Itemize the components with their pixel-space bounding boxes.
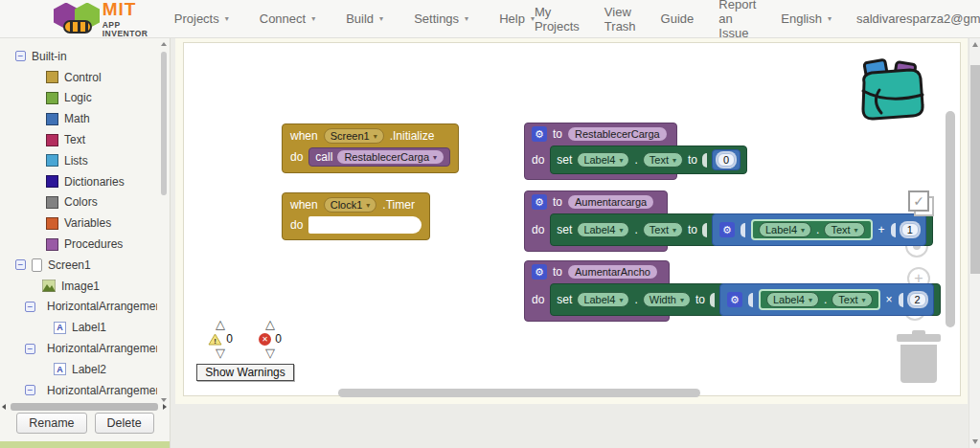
block-number-0[interactable]: 0 (712, 149, 741, 170)
app-inventor-logo[interactable]: MIT APP INVENTOR (54, 0, 157, 37)
block-procedure-aumentarcarga[interactable]: ⚙ to Aumentarcarga do set Label4 ▾ . Tex… (524, 190, 933, 252)
block-number-2[interactable]: 2 (909, 293, 926, 306)
tree-node-label2[interactable]: A Label2 (0, 359, 157, 380)
tree-vertical-scrollbar[interactable] (160, 42, 168, 402)
property-dropdown[interactable]: Text ▾ (832, 292, 872, 307)
collapse-icon[interactable]: − (25, 385, 35, 395)
tree-node-horizontal-arrangement-3[interactable]: − HorizontalArrangement (0, 380, 157, 401)
link-report-issue[interactable]: Report an Issue (718, 0, 756, 40)
delete-button[interactable]: Delete (95, 413, 154, 434)
block-set-label4-text[interactable]: set Label4 ▾ . Text ▾ to 0 (550, 146, 747, 174)
tree-horizontal-scrollbar[interactable] (2, 402, 167, 412)
block-math-addition[interactable]: ⚙ Label4 ▾ . Text ▾ (712, 213, 926, 246)
gear-icon[interactable]: ⚙ (727, 292, 742, 307)
next-error-icon[interactable]: ▽ (254, 347, 286, 359)
menu-settings[interactable]: Settings ▾ (414, 11, 468, 26)
procedure-name-field[interactable]: AumentarAncho (568, 265, 657, 279)
component-dropdown[interactable]: Label4 ▾ (577, 222, 629, 237)
show-warnings-button[interactable]: Show Warnings (196, 364, 294, 381)
page-scrollbar-thumb[interactable] (970, 65, 980, 274)
next-warning-icon[interactable]: ▽ (204, 347, 237, 359)
property-dropdown[interactable]: Width ▾ (643, 292, 691, 307)
procedure-dropdown[interactable]: RestablecerCarga ▾ (337, 150, 444, 164)
menu-build[interactable]: Build ▾ (346, 11, 383, 26)
procedure-name-field[interactable]: RestablecerCarga (568, 127, 667, 141)
block-set-label4-width[interactable]: set Label4 ▾ . Width ▾ to ⚙ (550, 283, 940, 316)
tree-node-label1[interactable]: A Label1 (0, 317, 157, 338)
gear-icon[interactable]: ⚙ (532, 194, 547, 210)
workspace-horizontal-scrollbar[interactable] (338, 389, 700, 397)
component-dropdown[interactable]: Label4 ▾ (766, 292, 819, 307)
tree-node-built-in[interactable]: − Built-in (0, 46, 157, 67)
property-dropdown[interactable]: Text ▾ (643, 222, 683, 237)
block-when-clock1-timer[interactable]: when Clock1 ▾ .Timer do (282, 192, 430, 240)
gear-icon[interactable]: ⚙ (532, 126, 547, 142)
scroll-right-icon[interactable] (163, 404, 167, 410)
scroll-down-icon[interactable] (972, 439, 978, 444)
component-dropdown[interactable]: Clock1 ▾ (324, 197, 377, 213)
link-view-trash[interactable]: View Trash (604, 5, 636, 34)
menu-projects[interactable]: Projects ▾ (174, 11, 229, 26)
tree-node-screen1[interactable]: − Screen1 (0, 255, 157, 276)
gear-icon[interactable]: ⚙ (719, 222, 735, 237)
block-procedure-aumentarancho[interactable]: ⚙ to AumentarAncho do set Label4 ▾ . Wid… (524, 260, 941, 322)
palette-item-colors[interactable]: Colors (0, 192, 157, 213)
palette-item-math[interactable]: Math (0, 108, 157, 129)
workspace-vertical-scrollbar[interactable] (946, 111, 955, 327)
block-call-restablecercarga[interactable]: call RestablecerCarga ▾ (308, 147, 450, 167)
page-scrollbar[interactable] (969, 38, 980, 448)
previous-error-icon[interactable]: △ (254, 319, 286, 330)
logo-subtitle: APP INVENTOR (103, 21, 157, 37)
checkbox-icon[interactable]: ✓ (908, 190, 929, 212)
backpack-icon[interactable] (855, 58, 927, 127)
component-dropdown[interactable]: Label4 ▾ (759, 222, 811, 237)
block-set-label4-text[interactable]: set Label4 ▾ . Text ▾ to ⚙ (550, 213, 932, 246)
collapse-icon[interactable]: − (25, 302, 35, 312)
palette-item-procedures[interactable]: Procedures (0, 234, 157, 255)
palette-item-logic[interactable]: Logic (0, 88, 157, 109)
menu-language[interactable]: English ▾ (781, 11, 832, 26)
empty-statement-socket[interactable] (308, 216, 422, 234)
trash-body-icon (900, 345, 937, 383)
link-guide[interactable]: Guide (661, 11, 695, 26)
tree-horizontal-scrollbar-thumb[interactable] (11, 403, 158, 411)
palette-item-text[interactable]: Text (0, 129, 157, 150)
block-get-label4-text[interactable]: Label4 ▾ . Text ▾ (759, 289, 880, 310)
menu-connect[interactable]: Connect ▾ (260, 11, 315, 26)
rename-button[interactable]: Rename (16, 413, 86, 434)
property-dropdown[interactable]: Text ▾ (824, 222, 864, 237)
gear-icon[interactable]: ⚙ (532, 264, 547, 280)
menu-account[interactable]: saldivaresparza2@gmail.com ▾ (856, 11, 980, 26)
palette-item-variables[interactable]: Variables (0, 213, 157, 234)
scroll-up-icon[interactable] (972, 42, 978, 47)
procedure-name-field[interactable]: Aumentarcarga (568, 195, 653, 209)
tree-node-horizontal-arrangement-2[interactable]: − HorizontalArrangement (0, 338, 157, 359)
collapse-icon[interactable]: − (25, 344, 35, 354)
warning-count: 0 (226, 332, 233, 346)
block-math-multiplication[interactable]: ⚙ Label4 ▾ . Text ▾ (719, 283, 934, 316)
palette-item-dictionaries[interactable]: Dictionaries (0, 171, 157, 192)
tree-vertical-scrollbar-thumb[interactable] (161, 52, 167, 195)
scroll-up-icon[interactable] (161, 42, 167, 46)
menu-help[interactable]: Help ▾ (499, 11, 535, 26)
trash-icon[interactable] (897, 334, 941, 386)
component-dropdown[interactable]: Label4 ▾ (577, 292, 629, 307)
block-number-1[interactable]: 1 (901, 223, 919, 236)
palette-item-control[interactable]: Control (0, 67, 157, 88)
tree-node-horizontal-arrangement-1[interactable]: − HorizontalArrangement (0, 297, 157, 318)
collapse-icon[interactable]: − (15, 51, 26, 61)
scroll-left-icon[interactable] (2, 404, 6, 410)
tree-node-image1[interactable]: Image1 (0, 276, 157, 297)
link-my-projects[interactable]: My Projects (535, 5, 580, 34)
property-dropdown[interactable]: Text ▾ (643, 152, 683, 168)
palette-item-lists[interactable]: Lists (0, 150, 157, 171)
block-when-screen1-initialize[interactable]: when Screen1 ▾ .Initialize do call Resta… (282, 123, 459, 173)
block-get-label4-text[interactable]: Label4 ▾ . Text ▾ (751, 219, 873, 240)
block-procedure-restablecercarga[interactable]: ⚙ to RestablecerCarga do set Label4 ▾ . … (524, 123, 747, 180)
component-dropdown[interactable]: Label4 ▾ (577, 152, 629, 168)
blocks-workspace[interactable]: when Screen1 ▾ .Initialize do call Resta… (183, 42, 961, 396)
component-dropdown[interactable]: Screen1 ▾ (324, 128, 384, 144)
chevron-down-icon: ▾ (801, 226, 805, 235)
collapse-icon[interactable]: − (15, 259, 26, 270)
previous-warning-icon[interactable]: △ (204, 319, 237, 330)
